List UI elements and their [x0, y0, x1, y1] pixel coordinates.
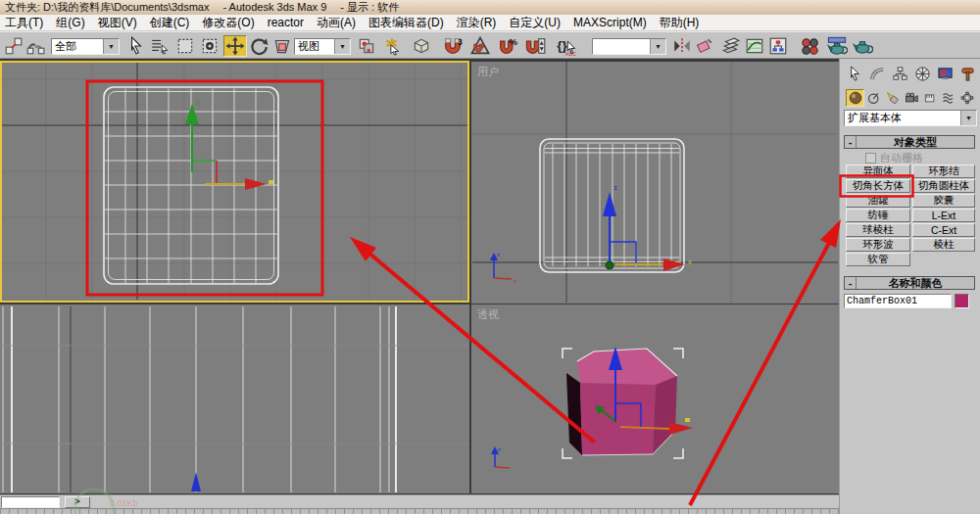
- category-cameras[interactable]: [902, 89, 920, 107]
- category-lights[interactable]: [883, 89, 902, 107]
- object-name-field[interactable]: ChamferBox01: [844, 294, 952, 308]
- viewport-front[interactable]: [0, 304, 469, 493]
- align-icon[interactable]: [692, 35, 715, 57]
- reference-coordsys-combo[interactable]: 视图 ▼: [294, 38, 351, 55]
- button-l-ext[interactable]: L-Ext: [912, 209, 975, 222]
- menu-animation[interactable]: 动画(A): [317, 15, 356, 31]
- tab-display[interactable]: [934, 62, 956, 85]
- combo-arrow-icon[interactable]: ▼: [334, 39, 350, 54]
- tab-hierarchy[interactable]: [889, 62, 910, 85]
- watermark-text: 0.01Kb: [110, 498, 138, 508]
- viewport-top[interactable]: [0, 61, 469, 303]
- select-and-move-icon[interactable]: [223, 35, 247, 57]
- rectangular-selection-icon[interactable]: [173, 35, 197, 57]
- primitive-category-combo[interactable]: 扩展基本体 ▼: [844, 110, 977, 126]
- material-editor-icon[interactable]: [798, 35, 821, 57]
- window-title: 文件夹: D:\我的资料库\Documents\3dsmax - Autodes…: [5, 1, 399, 13]
- button-torus-knot[interactable]: 环形结: [912, 164, 975, 178]
- autogrid-label: 自动栅格: [880, 151, 923, 165]
- button-oiltank[interactable]: 油罐: [846, 194, 910, 208]
- mirror-icon[interactable]: [670, 35, 694, 57]
- menu-tools[interactable]: 工具(T): [5, 15, 43, 31]
- viewport-persp-label[interactable]: 透视: [477, 307, 499, 322]
- button-hose[interactable]: 软管: [846, 253, 910, 266]
- select-link-icon[interactable]: [2, 35, 25, 57]
- collapse-icon[interactable]: -: [845, 136, 857, 148]
- track-bar[interactable]: [0, 508, 839, 514]
- menu-help[interactable]: 帮助(H): [660, 15, 700, 31]
- menu-graph-editors[interactable]: 图表编辑器(D): [368, 15, 444, 31]
- percent-snap-icon[interactable]: %: [496, 35, 519, 57]
- button-c-ext[interactable]: C-Ext: [912, 223, 975, 237]
- combo-arrow-icon[interactable]: ▼: [103, 39, 119, 54]
- select-and-scale-icon[interactable]: [270, 35, 294, 57]
- window-titlebar: 文件夹: D:\我的资料库\Documents\3dsmax - Autodes…: [0, 0, 980, 15]
- angle-snap-icon[interactable]: [468, 35, 492, 57]
- menu-views[interactable]: 视图(V): [98, 15, 137, 31]
- rollout-name-color-title: 名称和颜色: [857, 276, 974, 291]
- window-crossing-icon[interactable]: [198, 35, 221, 57]
- menu-create[interactable]: 创建(C): [150, 15, 190, 31]
- button-gengon[interactable]: 球棱柱: [846, 223, 910, 237]
- reference-coordsys-value: 视图: [295, 39, 334, 54]
- button-prism[interactable]: 棱柱: [912, 238, 975, 252]
- button-hedra[interactable]: 异面体: [846, 164, 910, 178]
- menu-customize[interactable]: 自定义(U): [509, 15, 561, 31]
- tab-motion[interactable]: [911, 62, 933, 85]
- main-toolbar: 全部 ▼ 视图 ▼: [0, 31, 980, 59]
- named-selection-sets-icon[interactable]: {}ABC: [555, 35, 578, 57]
- category-geometry[interactable]: [846, 89, 864, 107]
- unlink-icon[interactable]: [24, 35, 47, 57]
- maxscript-mini-listener[interactable]: [1, 496, 60, 508]
- select-and-rotate-icon[interactable]: [247, 35, 270, 57]
- autogrid-checkbox[interactable]: [865, 153, 876, 164]
- button-chamferbox[interactable]: 切角长方体: [846, 179, 910, 193]
- schematic-view-icon[interactable]: [766, 35, 790, 57]
- select-and-manipulate-icon[interactable]: [380, 35, 404, 57]
- button-spindle[interactable]: 纺锤: [846, 209, 910, 222]
- select-by-name-icon[interactable]: [148, 35, 172, 57]
- tab-modify[interactable]: [866, 62, 888, 85]
- selection-filter-combo[interactable]: 全部 ▼: [51, 38, 120, 55]
- 3dsmax-window: 文件夹: D:\我的资料库\Documents\3dsmax - Autodes…: [0, 0, 980, 514]
- quick-render-icon[interactable]: [851, 35, 874, 57]
- primitive-category-value: 扩展基本体: [845, 111, 960, 125]
- button-capsule[interactable]: 胶囊: [912, 194, 975, 208]
- category-spacewarps[interactable]: [939, 89, 957, 107]
- menu-rendering[interactable]: 渲染(R): [457, 15, 497, 31]
- category-helpers[interactable]: [920, 89, 939, 107]
- snap-toggle-3d-icon[interactable]: 3: [441, 35, 465, 57]
- viewport-perspective[interactable]: 透视: [471, 304, 839, 493]
- rollout-object-type[interactable]: - 对象类型: [844, 135, 975, 149]
- spinner-snap-icon[interactable]: [523, 35, 547, 57]
- select-object-icon[interactable]: [124, 35, 148, 57]
- menu-reactor[interactable]: reactor: [268, 16, 304, 29]
- tab-create[interactable]: [844, 62, 865, 85]
- category-shapes[interactable]: [864, 89, 883, 107]
- collapse-icon[interactable]: -: [845, 277, 857, 289]
- keyboard-override-icon[interactable]: [410, 35, 433, 57]
- category-systems[interactable]: [957, 89, 976, 107]
- button-chamfercyl[interactable]: 切角圆柱体: [912, 179, 975, 193]
- rollout-name-color[interactable]: - 名称和颜色: [844, 276, 975, 290]
- menu-modifiers[interactable]: 修改器(O): [202, 15, 254, 31]
- menu-maxscript[interactable]: MAXScript(M): [573, 16, 647, 29]
- viewport-area: 用户 透视: [0, 59, 839, 494]
- use-pivot-center-icon[interactable]: [355, 35, 378, 57]
- combo-arrow-icon[interactable]: ▼: [960, 111, 976, 125]
- combo-arrow-icon[interactable]: ▼: [650, 39, 665, 54]
- percent-label: %: [509, 36, 517, 47]
- tab-utilities[interactable]: [956, 62, 978, 85]
- menu-group[interactable]: 组(G): [56, 15, 84, 31]
- render-scene-icon[interactable]: [825, 35, 849, 57]
- snap3-label: 3: [458, 37, 463, 47]
- named-selection-combo[interactable]: ▼: [592, 38, 666, 55]
- viewport-user[interactable]: 用户: [471, 62, 839, 304]
- object-color-swatch[interactable]: [955, 294, 969, 308]
- button-ringwave[interactable]: 环形波: [846, 238, 910, 252]
- command-panel: 扩展基本体 ▼ - 对象类型 自动栅格 异面体 环形结 切角长方体 切角圆柱体 …: [839, 59, 980, 514]
- viewport-user-label[interactable]: 用户: [477, 65, 499, 79]
- curve-editor-icon[interactable]: [743, 35, 766, 57]
- autogrid-row: 自动栅格: [865, 151, 923, 165]
- layer-manager-icon[interactable]: [719, 35, 743, 57]
